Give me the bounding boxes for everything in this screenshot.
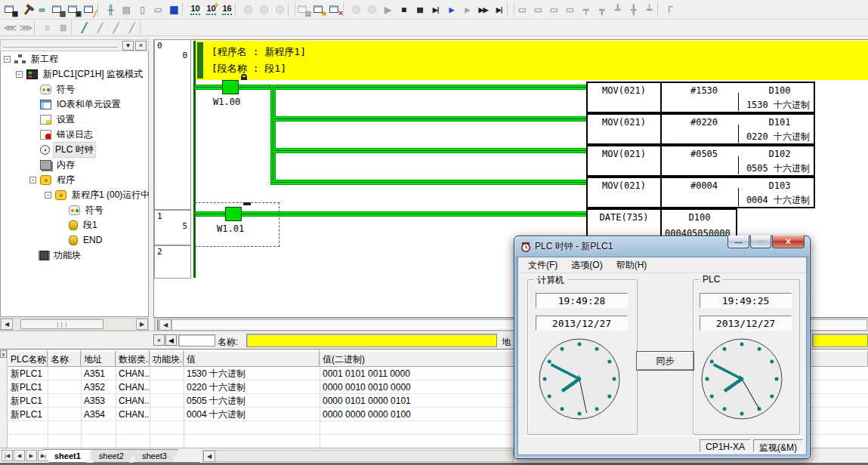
- properties-icon[interactable]: ╱: [82, 2, 97, 17]
- tree-expander-icon[interactable]: -: [4, 56, 11, 63]
- instruction-box[interactable]: MOV(021) #0220 D101 0220 十六进制: [586, 113, 815, 145]
- toolbar-button[interactable]: [97, 3, 103, 17]
- release-changes-pen-icon[interactable]: ╱: [108, 20, 124, 35]
- watch-close-button[interactable]: ×: [153, 334, 165, 346]
- monitor-hex-icon[interactable]: 16: [219, 2, 235, 17]
- dialog-titlebar[interactable]: PLC 时钟 - 新PLC1: [520, 240, 613, 253]
- address-input[interactable]: [812, 334, 868, 347]
- panel-grip[interactable]: [3, 44, 118, 48]
- new-closed-contact-tool-icon[interactable]: ▭: [530, 2, 546, 17]
- sync-button[interactable]: 同步: [636, 351, 694, 371]
- tree-item-program-symbols[interactable]: 符号: [1, 202, 147, 217]
- rung-margin-cell[interactable]: 0 0: [154, 39, 191, 210]
- tree-item-function-blocks[interactable]: 功能块: [1, 248, 147, 263]
- force-cancel-icon[interactable]: [272, 2, 288, 17]
- rung-margin-cell[interactable]: 2: [154, 245, 191, 279]
- select-rung-tool-icon[interactable]: Γ: [663, 2, 678, 17]
- toolbar-button[interactable]: [657, 3, 663, 17]
- tree-item-section1[interactable]: 段1: [1, 217, 147, 232]
- tree-item-plc-clock[interactable]: PLC 时钟: [1, 142, 147, 157]
- run-icon[interactable]: ▶: [380, 2, 396, 17]
- tree-item-error-log[interactable]: 错误日志: [1, 127, 147, 142]
- name-input[interactable]: [246, 334, 497, 347]
- toolbar-button[interactable]: [343, 3, 348, 17]
- dialog-view-icon[interactable]: ▭: [150, 2, 166, 17]
- tree-item-symbols[interactable]: 符号: [1, 82, 147, 97]
- toolbar-button[interactable]: [288, 3, 295, 17]
- menu-help[interactable]: 帮助(H): [610, 257, 654, 273]
- rung-margin-cell[interactable]: 1 5: [154, 210, 191, 245]
- compare-program-icon[interactable]: ▤: [295, 2, 311, 17]
- contact-w1-01[interactable]: [225, 207, 242, 221]
- scan-run-icon[interactable]: ▶▶: [475, 2, 491, 17]
- tab-sheet2[interactable]: sheet2: [88, 449, 135, 463]
- panel-dropdown-button[interactable]: ▾: [122, 41, 134, 51]
- online-simulator-icon[interactable]: ×: [327, 2, 343, 17]
- tree-item-memory[interactable]: 内存: [1, 157, 147, 172]
- clipboard-icon[interactable]: ▯: [134, 2, 150, 17]
- scroll-left-icon[interactable]: ◀: [1, 319, 13, 330]
- junction-tool-icon[interactable]: ╋: [626, 2, 641, 17]
- run-to-end-icon[interactable]: ▶|: [491, 2, 507, 17]
- tree-expander-icon[interactable]: -: [16, 71, 23, 78]
- debug-resume-hand-icon[interactable]: [364, 2, 380, 17]
- watch-column-header[interactable]: PLC名称: [8, 351, 48, 367]
- build-program-icon[interactable]: [18, 2, 34, 17]
- stop-icon[interactable]: ■: [396, 2, 412, 17]
- toolbar-button[interactable]: [34, 21, 39, 35]
- instruction-box[interactable]: MOV(021) #0505 D102 0505 十六进制: [586, 145, 815, 177]
- tree-item-programs[interactable]: - 程序: [1, 172, 147, 187]
- scroll-left-icon[interactable]: ◀: [159, 319, 171, 331]
- horizontal-tool-icon[interactable]: ┻: [610, 2, 626, 17]
- monitor-decimal-force-icon[interactable]: 10: [203, 2, 219, 17]
- work-online-icon[interactable]: ★: [311, 2, 327, 17]
- io-memory-icon[interactable]: ▦: [166, 2, 182, 17]
- coil-tool-icon[interactable]: ▭: [562, 2, 578, 17]
- transfer-program-icon[interactable]: ▤: [119, 2, 134, 17]
- new-view-icon[interactable]: ▣: [66, 2, 82, 17]
- indent-left-icon[interactable]: ⋘: [2, 20, 18, 35]
- toolbar-button[interactable]: [71, 21, 76, 35]
- next-sheet-button[interactable]: ▶: [26, 450, 37, 461]
- force-off-icon[interactable]: [256, 2, 272, 17]
- rung-annotation-list-icon[interactable]: ≣: [55, 20, 71, 35]
- tree-item-io-table[interactable]: IO表和单元设置: [1, 97, 147, 112]
- close-button[interactable]: ×: [772, 236, 805, 248]
- online-edit-pen-icon[interactable]: ╱: [76, 20, 92, 35]
- monitor-decimal-icon[interactable]: 10: [187, 2, 203, 17]
- or-contact-tool-icon[interactable]: ▭: [546, 2, 562, 17]
- toolbar-button[interactable]: [182, 3, 187, 17]
- tab-sheet1[interactable]: sheet1: [43, 449, 92, 463]
- menu-file[interactable]: 文件(F): [521, 257, 564, 273]
- step-run-icon[interactable]: ▶|: [428, 2, 443, 17]
- menu-options[interactable]: 选项(O): [564, 257, 609, 273]
- splitter-grip[interactable]: [154, 319, 159, 331]
- cancel-edit-pen-icon[interactable]: ╱: [124, 20, 140, 35]
- instruction-box[interactable]: MOV(021) #0004 D103 0004 十六进制: [586, 177, 815, 208]
- vertical-up-tool-icon[interactable]: ┯: [578, 2, 594, 17]
- step-out-icon[interactable]: ▶: [459, 2, 475, 17]
- contact-w1-00[interactable]: [222, 80, 239, 94]
- toolbar-button[interactable]: [507, 3, 514, 17]
- cross-reference-icon[interactable]: ▥: [50, 2, 66, 17]
- view-diagram-icon[interactable]: ▦: [2, 2, 18, 17]
- pause-icon[interactable]: ▮▮: [412, 2, 428, 17]
- toolbar-button[interactable]: [235, 3, 240, 17]
- watch-back-button[interactable]: ◀: [165, 334, 177, 346]
- tree-item-project[interactable]: - 新工程: [1, 51, 147, 66]
- scroll-right-icon[interactable]: ▶: [136, 319, 148, 330]
- watch-window-icon[interactable]: ∞: [34, 2, 50, 17]
- minimize-button[interactable]: —: [727, 236, 749, 248]
- tree-item-program1[interactable]: - 新程序1 (00)运行中: [1, 187, 147, 202]
- watch-column-header[interactable]: 数据类...: [116, 351, 150, 367]
- tree-item-end[interactable]: END: [1, 232, 147, 248]
- instruction-box[interactable]: MOV(021) #1530 D100 1530 十六进制: [586, 82, 815, 113]
- watch-column-header[interactable]: 地址: [81, 351, 116, 367]
- delete-line-tool-icon[interactable]: ┷: [641, 2, 657, 17]
- watch-column-header[interactable]: 名称: [48, 351, 81, 367]
- vertical-down-tool-icon[interactable]: ┳: [594, 2, 610, 17]
- panel-close-button[interactable]: ×: [135, 41, 147, 51]
- prev-sheet-button[interactable]: ◀: [14, 450, 25, 461]
- rung-comment-banner[interactable]: [程序名 : 新程序1] [段名称 : 段1]: [196, 41, 868, 80]
- toolbar-button[interactable]: [140, 21, 145, 35]
